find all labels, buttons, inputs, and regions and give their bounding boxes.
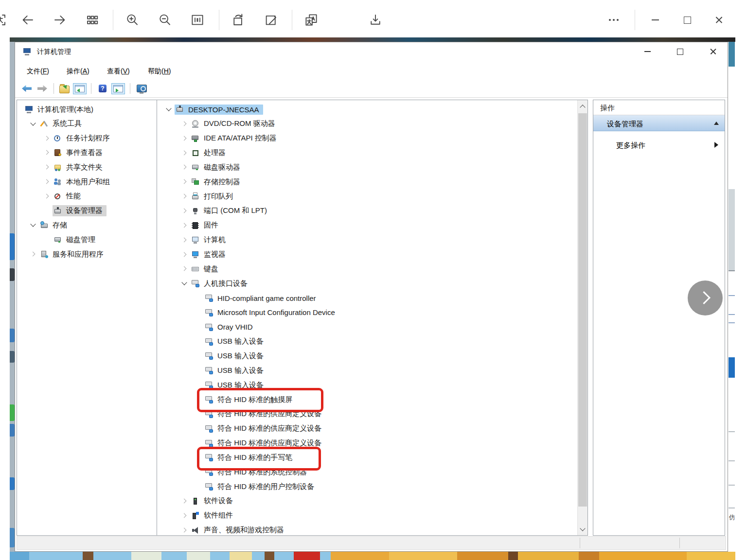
device-tree-item[interactable]: 符合 HID 标准的系统控制器 — [157, 465, 577, 479]
device-tree-item[interactable]: Microsoft Input Configuration Device — [157, 305, 577, 320]
device-tree-item[interactable]: 符合 HID 标准的供应商定义设备 — [157, 407, 577, 421]
expand-expander-icon[interactable] — [42, 163, 53, 171]
device-tree-item[interactable]: 符合 HID 标准的触摸屏 — [157, 392, 577, 407]
more-options-icon[interactable] — [605, 11, 623, 29]
download-icon[interactable] — [366, 11, 385, 29]
scrollbar-thumb[interactable] — [578, 113, 587, 507]
console-tree-item[interactable]: 计算机管理(本地) — [17, 102, 97, 117]
device-tree-item[interactable]: USB 输入设备 — [157, 334, 577, 349]
menu-item-a[interactable]: 操作(A) — [64, 65, 92, 77]
maximize-icon[interactable] — [678, 11, 696, 29]
device-tree-item[interactable]: 端口 (COM 和 LPT) — [157, 204, 577, 218]
close-icon[interactable] — [705, 44, 721, 59]
zoom-in-icon[interactable] — [123, 11, 142, 29]
device-tree-item[interactable]: 软件组件 — [157, 508, 577, 523]
maximize-icon[interactable] — [672, 44, 688, 59]
device-tree-item[interactable]: IDE ATA/ATAPI 控制器 — [157, 131, 577, 146]
device-tree-item[interactable]: DVD/CD-ROM 驱动器 — [157, 117, 577, 131]
console-tree-item[interactable]: 事件查看器 — [17, 145, 107, 160]
expand-expander-icon[interactable] — [179, 512, 190, 520]
device-tree-item[interactable]: USB 输入设备 — [157, 363, 577, 378]
console-tree-item[interactable]: 存储 — [17, 218, 71, 232]
help-icon[interactable]: ? — [95, 82, 110, 95]
expand-expander-icon[interactable] — [42, 192, 53, 200]
expand-expander-icon[interactable] — [179, 149, 190, 157]
expand-expander-icon[interactable] — [179, 163, 190, 171]
expand-expander-icon[interactable] — [179, 236, 190, 244]
device-tree-item[interactable]: 符合 HID 标准的用户控制设备 — [157, 479, 577, 494]
console-tree-item[interactable]: 任务计划程序 — [17, 131, 114, 146]
collapse-expander-icon[interactable] — [179, 280, 190, 287]
device-tree-item[interactable]: 声音、视频和游戏控制器 — [157, 523, 577, 536]
more-actions-item[interactable]: 更多操作 — [593, 138, 725, 152]
menu-item-h[interactable]: 帮助(H) — [145, 65, 174, 77]
expand-expander-icon[interactable] — [179, 222, 190, 229]
device-tree-item[interactable]: 键盘 — [157, 262, 577, 276]
device-tree-item[interactable]: 打印队列 — [157, 189, 577, 204]
back-icon[interactable] — [19, 82, 35, 95]
device-tree-item[interactable]: 固件 — [157, 218, 577, 233]
device-tree-item[interactable]: HID-compliant game controller — [157, 291, 577, 305]
minimize-icon[interactable] — [639, 44, 656, 59]
console-tree-item[interactable]: 系统工具 — [17, 117, 86, 131]
collapse-expander-icon[interactable] — [28, 120, 39, 128]
expand-expander-icon[interactable] — [42, 149, 53, 157]
expand-expander-icon[interactable] — [179, 207, 190, 215]
back-icon[interactable] — [18, 11, 37, 29]
scroll-down-icon[interactable] — [578, 523, 587, 535]
device-tree-item[interactable]: DESKTOP-JNECSAA — [157, 102, 577, 117]
forward-icon[interactable] — [35, 82, 50, 95]
console-tree-item[interactable]: 性能 — [17, 189, 85, 204]
expand-expander-icon[interactable] — [179, 178, 190, 186]
expand-expander-icon[interactable] — [28, 250, 39, 258]
expand-expander-icon[interactable] — [42, 178, 53, 186]
ocr-icon[interactable] — [0, 11, 9, 29]
expand-expander-icon[interactable] — [179, 251, 190, 259]
device-tree-item[interactable]: 符合 HID 标准的供应商定义设备 — [157, 436, 577, 451]
expand-expander-icon[interactable] — [42, 135, 53, 142]
device-tree-item[interactable]: 磁盘驱动器 — [157, 160, 577, 175]
translate-icon[interactable] — [302, 11, 320, 29]
console-tree-item[interactable]: 共享文件夹 — [17, 160, 107, 175]
collapse-expander-icon[interactable] — [164, 105, 175, 113]
device-tree-item[interactable]: Oray VHID — [157, 320, 577, 334]
vertical-scrollbar[interactable] — [577, 100, 587, 535]
expand-expander-icon[interactable] — [179, 497, 190, 505]
device-tree-item[interactable]: 人机接口设备 — [157, 276, 577, 291]
device-tree-item[interactable]: USB 输入设备 — [157, 349, 577, 363]
hide-console-tree-icon[interactable] — [72, 82, 88, 95]
console-monitor-icon[interactable] — [134, 82, 149, 95]
actual-size-icon[interactable] — [188, 11, 207, 29]
close-icon[interactable] — [710, 11, 728, 29]
menu-item-f[interactable]: 文件(F) — [24, 65, 52, 77]
expand-expander-icon[interactable] — [179, 135, 190, 142]
device-tree-item[interactable]: 符合 HID 标准的供应商定义设备 — [157, 421, 577, 436]
actions-section-device-manager[interactable]: 设备管理器 — [593, 115, 725, 131]
console-tree-item[interactable]: 磁盘管理 — [17, 232, 99, 247]
thumbnails-icon[interactable] — [83, 11, 102, 29]
console-tree-item[interactable]: 服务和应用程序 — [17, 247, 107, 262]
device-tree-item[interactable]: 监视器 — [157, 247, 577, 262]
minimize-icon[interactable] — [646, 11, 664, 29]
forward-icon[interactable] — [51, 11, 69, 29]
scroll-up-icon[interactable] — [578, 100, 587, 113]
device-tree-item[interactable]: 存储控制器 — [157, 175, 577, 189]
next-image-button[interactable] — [688, 280, 723, 315]
rotate-icon[interactable] — [229, 11, 248, 29]
expand-expander-icon[interactable] — [179, 526, 190, 534]
device-tree-item[interactable]: 计算机 — [157, 233, 577, 247]
edit-icon[interactable] — [262, 11, 280, 29]
show-console-tree-icon[interactable] — [57, 82, 71, 95]
collapse-expander-icon[interactable] — [28, 221, 39, 229]
menu-item-v[interactable]: 查看(V) — [104, 65, 133, 77]
device-tree-item[interactable]: 处理器 — [157, 146, 577, 160]
show-action-pane-icon[interactable] — [110, 82, 126, 95]
console-tree-item[interactable]: 本地用户和组 — [17, 175, 114, 189]
device-tree-item[interactable]: 符合 HID 标准的手写笔 — [157, 450, 577, 465]
expand-expander-icon[interactable] — [179, 265, 190, 273]
device-tree-item[interactable]: 软件设备 — [157, 494, 577, 508]
expand-expander-icon[interactable] — [179, 120, 190, 128]
expand-expander-icon[interactable] — [179, 192, 190, 200]
zoom-out-icon[interactable] — [156, 11, 174, 29]
console-tree-item[interactable]: 设备管理器 — [17, 204, 107, 218]
